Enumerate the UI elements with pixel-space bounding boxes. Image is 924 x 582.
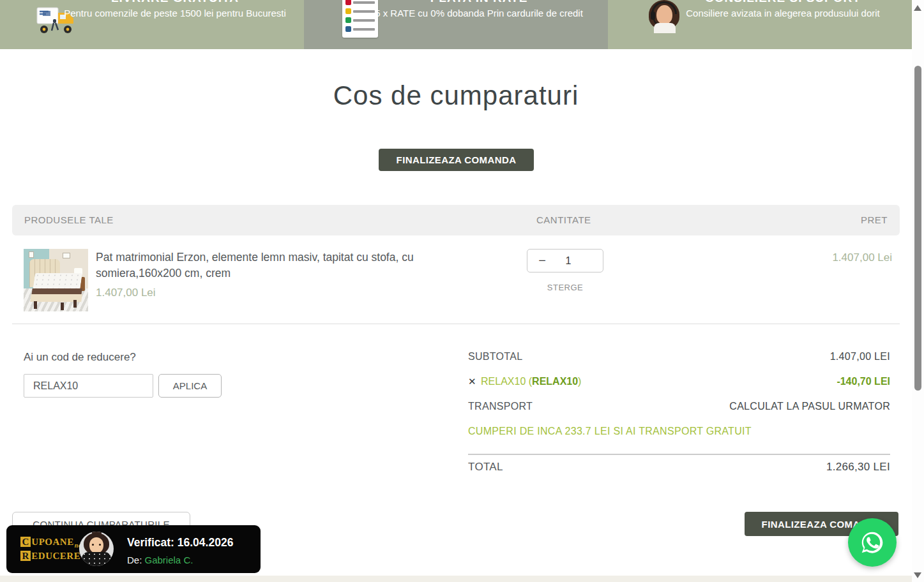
transport-row: TRANSPORT CALCULAT LA PASUL URMATOR [468,401,890,415]
verified-by-line: De: Gabriela C. [127,555,193,565]
product-unit-price: 1.407,00 Lei [96,287,156,299]
discount-value: -140,70 LEI [837,376,890,387]
banner-support: CONSILIERE SI SUPORT Consiliere avizata … [608,0,912,49]
banner-text: LIVRARE GRATUITA Pentru comenzile de pes… [64,0,286,19]
checkout-button-top[interactable]: FINALIZEAZA COMANDA [379,149,534,171]
by-label: De: [127,555,142,565]
banner-title: LIVRARE GRATUITA [64,0,286,4]
delete-item-button[interactable]: STERGE [527,283,603,292]
banner-subtitle: Pentru comenzile de peste 1500 lei pentr… [64,7,286,19]
banner-installments: PLATA IN RATE 5 x RATE cu 0% dobanda Pri… [304,0,608,49]
banner-free-delivery: LIVRARE GRATUITA Pentru comenzile de pes… [0,0,304,49]
banner-title: CONSILIERE SI SUPORT [672,0,894,4]
cupoane-reducere-logo: CUPOANEnet REDUCERE [20,537,84,561]
discount-name: RELAX10 [481,376,526,387]
scroll-up-icon[interactable] [914,5,921,11]
page-scrollbar[interactable] [912,0,924,582]
whatsapp-icon [858,528,886,556]
whatsapp-button[interactable] [848,518,897,567]
reviewer-name-link[interactable]: Gabriela C. [145,555,193,565]
page-title: Cos de cumparaturi [0,80,912,111]
coupon-code-input[interactable] [24,374,153,398]
footer-strip [0,576,912,582]
apply-coupon-button[interactable]: APLICA [158,374,222,398]
total-row: TOTAL 1.266,30 LEI [468,461,890,475]
cart-table-header: PRODUSELE TALE CANTITATE PRET [12,205,900,235]
product-line-price: 1.407,00 Lei [832,251,892,264]
verified-date-label: Verificat: 16.04.2026 [127,536,233,549]
logo-letter-c: C [20,537,31,547]
transport-value: CALCULAT LA PASUL URMATOR [729,401,890,412]
reviewer-avatar [79,532,114,566]
logo-word-2: EDUCERE [31,551,80,561]
remove-discount-icon[interactable]: ✕ [468,376,478,387]
product-image[interactable] [24,249,88,311]
logo-letter-r: R [20,551,31,561]
coupon-verified-popup[interactable]: CUPOANEnet REDUCERE Verificat: 16.04.202… [6,525,261,573]
summary-divider [468,454,890,455]
column-header-quantity: CANTITATE [536,214,591,225]
banner-title: PLATA IN RATE [368,0,590,4]
subtotal-value: 1.407,00 LEI [830,351,890,362]
discount-code: RELAX10 [532,376,578,387]
logo-word-1: UPOANE [31,537,73,547]
transport-label: TRANSPORT [468,401,533,412]
banner-text: CONSILIERE SI SUPORT Consiliere avizata … [672,0,894,19]
discount-paren-close: ) [578,376,581,387]
subtotal-label: SUBTOTAL [468,351,522,362]
scroll-down-icon[interactable] [914,572,921,578]
banner-subtitle: Consiliere avizata in alegerea produsulu… [672,7,894,19]
subtotal-row: SUBTOTAL 1.407,00 LEI [468,351,890,365]
column-header-products: PRODUSELE TALE [24,214,114,225]
quantity-stepper: − [527,249,603,272]
quantity-input[interactable] [549,250,587,272]
benefits-banner: LIVRARE GRATUITA Pentru comenzile de pes… [0,0,912,49]
coupon-question-label: Ai un cod de reducere? [24,351,136,364]
total-value: 1.266,30 LEI [826,461,890,474]
scrollbar-thumb[interactable] [914,66,921,391]
row-divider [12,324,900,324]
free-shipping-note: CUMPERI DE INCA 233.7 LEI SI AI TRANSPOR… [468,426,752,437]
banner-subtitle: 5 x RATE cu 0% dobanda Prin cardurile de… [368,7,590,19]
product-name-link[interactable]: Pat matrimonial Erzon, elemente lemn mas… [96,250,441,281]
banner-text: PLATA IN RATE 5 x RATE cu 0% dobanda Pri… [368,0,590,19]
discount-row: ✕ RELAX10 (RELAX10) -140,70 LEI [468,376,890,390]
total-label: TOTAL [468,461,503,474]
column-header-price: PRET [861,214,888,225]
shopping-cart-page: LIVRARE GRATUITA Pentru comenzile de pes… [0,0,924,582]
quantity-decrease-button[interactable]: − [534,250,550,272]
